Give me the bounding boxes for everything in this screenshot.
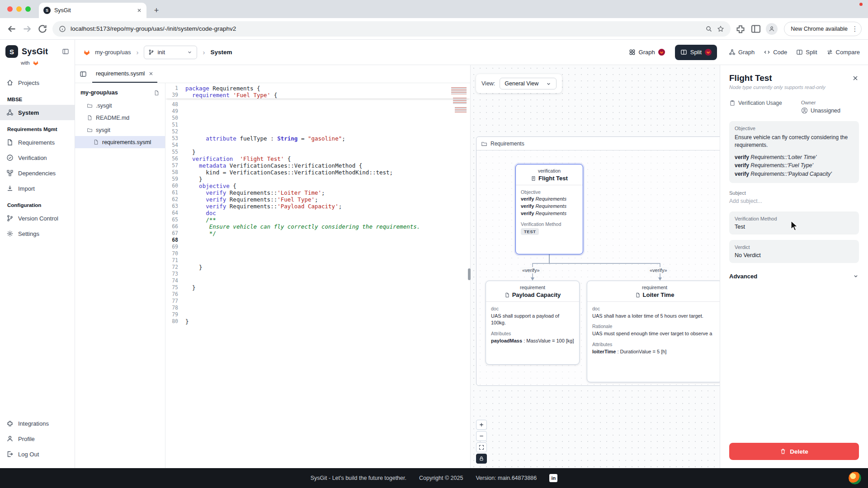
close-icon[interactable] bbox=[852, 75, 859, 82]
code-line[interactable]: 39 requirement 'Fuel Type' { bbox=[165, 92, 470, 99]
site-info-icon[interactable] bbox=[59, 25, 66, 33]
advanced-toggle[interactable]: Advanced bbox=[729, 273, 859, 280]
sidebar-item-system[interactable]: System bbox=[0, 105, 75, 120]
sidebar-item-import[interactable]: Import bbox=[0, 181, 75, 196]
tab-close-icon[interactable] bbox=[137, 8, 142, 13]
mode-button-code[interactable]: Code bbox=[764, 49, 787, 56]
code-line[interactable]: 63 verify Requirements::'Payload Capacit… bbox=[165, 203, 470, 210]
address-bar[interactable]: localhost:5173/repo/my-group/uas/-/init/… bbox=[52, 21, 731, 37]
back-icon[interactable] bbox=[6, 23, 17, 34]
code-line[interactable]: 57 metadata VerificationCases::Verificat… bbox=[165, 162, 470, 169]
code-line[interactable]: 64 doc bbox=[165, 210, 470, 216]
code-line[interactable]: 71 bbox=[165, 257, 470, 264]
bookmark-star-icon[interactable] bbox=[717, 25, 724, 33]
sidebar-item-integrations[interactable]: Integrations bbox=[0, 416, 75, 431]
code-line[interactable]: 51 bbox=[165, 122, 470, 128]
tree-item-sysgit[interactable]: sysgit bbox=[75, 124, 165, 136]
profile-avatar[interactable] bbox=[766, 23, 778, 35]
owner-value-row[interactable]: Unassigned bbox=[801, 107, 859, 114]
zoom-minus-button[interactable] bbox=[476, 431, 487, 441]
tree-item-sysgit[interactable]: .sysgit bbox=[75, 99, 165, 112]
graph-node-flight-test[interactable]: verification Flight Test Objective verif… bbox=[515, 164, 583, 254]
requirements-package-container[interactable]: Requirements «verify» «verify» verificat… bbox=[476, 136, 720, 386]
file-icon[interactable] bbox=[154, 90, 160, 96]
code-line[interactable]: 1package Requirements { bbox=[165, 85, 470, 92]
zoom-plus-button[interactable] bbox=[476, 420, 487, 430]
sidebar-item-dependencies[interactable]: Dependencies bbox=[0, 165, 75, 181]
code-line[interactable]: 76 bbox=[165, 291, 470, 298]
graph-node-loiter-time[interactable]: requirement Loiter Time doc UAS shall ha… bbox=[587, 281, 720, 382]
extensions-icon[interactable] bbox=[735, 23, 746, 34]
sidebar-item-projects[interactable]: Projects bbox=[0, 75, 75, 90]
view-button-split[interactable]: Split bbox=[675, 45, 717, 60]
code-line[interactable]: 54 bbox=[165, 142, 470, 149]
code-editor[interactable]: 1package Requirements {39 requirement 'F… bbox=[165, 83, 470, 468]
explorer-root-row[interactable]: my-group/uas bbox=[75, 88, 165, 99]
code-line[interactable]: 78 bbox=[165, 305, 470, 311]
reload-icon[interactable] bbox=[37, 23, 48, 34]
view-select[interactable]: General View bbox=[500, 78, 557, 89]
code-line[interactable]: 60 objective { bbox=[165, 183, 470, 189]
code-line[interactable]: 48 bbox=[165, 101, 470, 108]
sidebar-item-settings[interactable]: Settings bbox=[0, 226, 75, 241]
code-line[interactable]: 66 Ensure vehicle can fly correctly cons… bbox=[165, 223, 470, 230]
code-line[interactable]: 59 } bbox=[165, 176, 470, 183]
code-line[interactable]: 70 bbox=[165, 250, 470, 257]
code-line[interactable]: 73 bbox=[165, 271, 470, 277]
code-line[interactable]: 53 attribute fuelType : String = "gasoli… bbox=[165, 135, 470, 142]
mode-button-compare[interactable]: Compare bbox=[826, 49, 860, 56]
window-minimize-button[interactable] bbox=[16, 6, 22, 12]
tree-item-readme-md[interactable]: README.md bbox=[75, 112, 165, 124]
subject-placeholder[interactable]: Add subject... bbox=[729, 198, 859, 204]
code-line[interactable]: 65 /** bbox=[165, 216, 470, 223]
code-line[interactable]: 69 bbox=[165, 244, 470, 250]
split-drag-handle[interactable] bbox=[468, 268, 471, 280]
sidebar-item-version-control[interactable]: Version Control bbox=[0, 211, 75, 226]
tree-item-requirements-sysml[interactable]: requirements.sysml bbox=[75, 136, 165, 148]
sidebar-item-log-out[interactable]: Log Out bbox=[0, 446, 75, 462]
browser-menu-icon[interactable]: ⋮ bbox=[851, 25, 859, 33]
code-line[interactable]: 74 bbox=[165, 277, 470, 284]
explorer-toggle-icon[interactable] bbox=[80, 70, 87, 78]
new-tab-button[interactable]: + bbox=[150, 4, 163, 17]
code-line[interactable]: 75 } bbox=[165, 284, 470, 291]
sidebar-item-requirements[interactable]: Requirements bbox=[0, 135, 75, 150]
code-line[interactable]: 67 */ bbox=[165, 230, 470, 237]
code-line[interactable]: 50 bbox=[165, 115, 470, 122]
mode-button-graph[interactable]: Graph bbox=[729, 49, 755, 56]
code-line[interactable]: 52 bbox=[165, 128, 470, 135]
sidebar-collapse-icon[interactable] bbox=[62, 48, 69, 55]
code-line[interactable]: 77 bbox=[165, 298, 470, 305]
code-line[interactable]: 68 bbox=[165, 237, 470, 244]
branch-selector[interactable]: init bbox=[144, 46, 197, 59]
linkedin-icon[interactable]: in bbox=[549, 474, 557, 482]
zoom-lock-button[interactable] bbox=[476, 454, 487, 464]
code-line[interactable]: 62 verify Requirements::'Fuel Type'; bbox=[165, 196, 470, 203]
zoom-fit-button[interactable] bbox=[476, 442, 487, 452]
code-line[interactable]: 55 } bbox=[165, 149, 470, 155]
code-line[interactable]: 56 verification 'Flight Test' { bbox=[165, 155, 470, 162]
search-icon[interactable] bbox=[705, 25, 712, 33]
delete-button[interactable]: Delete bbox=[729, 443, 859, 460]
breadcrumb-repo[interactable]: my-group/uas bbox=[95, 49, 131, 56]
sidebar-item-verification[interactable]: Verification bbox=[0, 150, 75, 165]
code-line[interactable]: 61 verify Requirements::'Loiter Time'; bbox=[165, 189, 470, 196]
chrome-update-button[interactable]: New Chrome available ⋮ bbox=[784, 22, 862, 36]
reading-list-icon[interactable] bbox=[750, 23, 761, 34]
forward-icon[interactable] bbox=[22, 23, 33, 34]
mode-button-split[interactable]: Split bbox=[796, 49, 817, 56]
tab-close-icon[interactable] bbox=[148, 71, 154, 76]
view-button-graph[interactable]: Graph bbox=[623, 45, 670, 60]
code-line[interactable]: 72 } bbox=[165, 264, 470, 271]
editor-minimap[interactable] bbox=[447, 86, 467, 185]
code-line[interactable]: 58 kind = VerificationCases::Verificatio… bbox=[165, 169, 470, 176]
graph-panel[interactable]: View: General View Requirements bbox=[470, 65, 720, 468]
browser-tab[interactable]: S SysGit bbox=[39, 3, 146, 18]
graph-node-payload-capacity[interactable]: requirement Payload Capacity doc UAS sha… bbox=[486, 281, 580, 365]
sidebar-item-profile[interactable]: Profile bbox=[0, 431, 75, 446]
window-maximize-button[interactable] bbox=[25, 6, 31, 12]
code-line[interactable]: 79 bbox=[165, 311, 470, 318]
code-line[interactable]: 80} bbox=[165, 318, 470, 325]
file-tab[interactable]: requirements.sysml bbox=[92, 65, 157, 83]
code-line[interactable]: 49 bbox=[165, 108, 470, 115]
